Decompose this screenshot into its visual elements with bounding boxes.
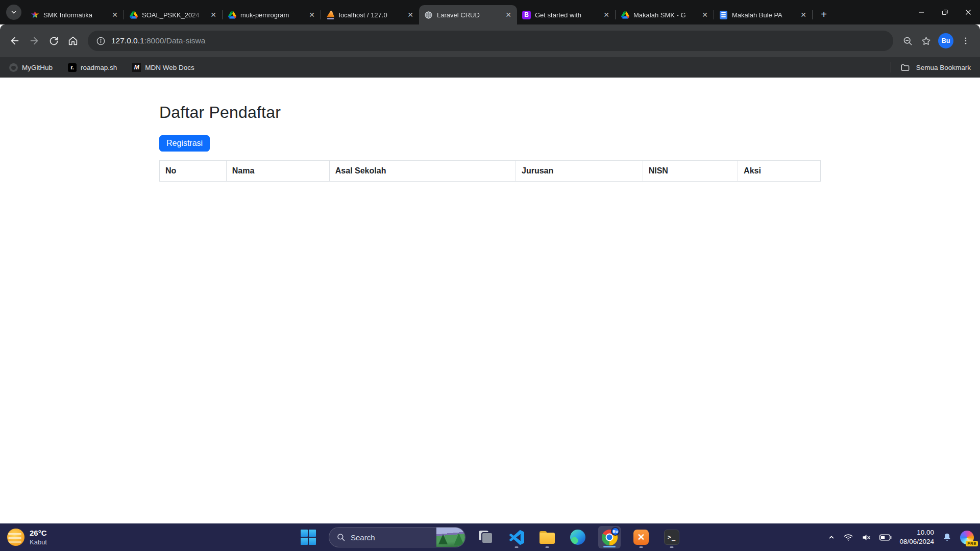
wifi-icon[interactable] xyxy=(843,532,853,542)
all-bookmarks-button[interactable]: Semua Bookmark xyxy=(891,62,971,72)
vscode-button[interactable] xyxy=(506,525,527,549)
profile-avatar[interactable]: Bu xyxy=(938,33,953,48)
browser-menu-button[interactable] xyxy=(957,32,975,50)
bookmark-roadmap[interactable]: r. roadmap.sh xyxy=(68,63,117,72)
home-icon xyxy=(67,35,79,46)
google-drive-icon xyxy=(129,11,138,19)
restore-icon xyxy=(941,9,948,16)
edge-button[interactable] xyxy=(568,525,588,549)
copilot-icon[interactable]: PRE xyxy=(960,531,974,544)
file-explorer-button[interactable] xyxy=(537,525,557,549)
running-indicator xyxy=(670,546,674,548)
weather-widget[interactable]: 26°C Kabut xyxy=(7,523,47,551)
github-icon xyxy=(9,63,18,72)
weather-condition: Kabut xyxy=(30,538,47,546)
all-bookmarks-label: Semua Bookmark xyxy=(916,64,971,71)
column-header-aksi: Aksi xyxy=(738,161,821,182)
bookmark-label: roadmap.sh xyxy=(81,64,117,71)
tab-laravel-crud-active[interactable]: Laravel CRUD ✕ xyxy=(419,5,517,24)
column-header-asal-sekolah: Asal Sekolah xyxy=(329,161,516,182)
battery-icon[interactable] xyxy=(879,534,892,541)
bookmark-mygithub[interactable]: MyGitHub xyxy=(9,63,53,72)
terminal-icon: >_ xyxy=(664,530,679,545)
back-button[interactable] xyxy=(5,31,24,51)
taskbar-search[interactable]: Search xyxy=(329,527,465,547)
back-icon xyxy=(9,35,20,46)
registrasi-button[interactable]: Registrasi xyxy=(159,135,210,152)
bookmark-label: MDN Web Docs xyxy=(145,64,194,71)
tab-title: Makalah SMK - G xyxy=(633,11,696,19)
tray-chevron-up-icon[interactable] xyxy=(827,533,836,541)
bing-daily-image[interactable] xyxy=(436,527,465,547)
chrome-profile-badge: Bu xyxy=(611,527,620,536)
close-icon[interactable]: ✕ xyxy=(602,10,611,19)
close-window-button[interactable] xyxy=(957,0,980,24)
clock-time: 10.00 xyxy=(899,528,934,537)
tab-title: Laravel CRUD xyxy=(437,11,500,19)
minimize-button[interactable] xyxy=(910,0,933,24)
bookmark-star-button[interactable] xyxy=(917,32,935,50)
screen: SMK Informatika ✕ SOAL_PSKK_2024 ✕ muk-p… xyxy=(0,0,980,551)
vscode-icon xyxy=(509,530,524,545)
forward-icon xyxy=(29,35,40,46)
close-icon[interactable]: ✕ xyxy=(209,10,218,19)
google-drive-icon xyxy=(228,11,236,19)
column-header-no: No xyxy=(160,161,227,182)
clock-date: 08/06/2024 xyxy=(899,537,934,546)
restore-button[interactable] xyxy=(933,0,957,24)
window-controls xyxy=(910,0,980,24)
task-view-button[interactable] xyxy=(476,525,496,549)
web-page: Daftar Pendaftar Registrasi No Nama Asal… xyxy=(0,78,980,523)
weather-fog-sun-icon xyxy=(7,529,24,546)
tab-makalah-bule[interactable]: Makalah Bule PA ✕ xyxy=(714,5,812,24)
home-button[interactable] xyxy=(63,31,83,51)
pendaftar-table: No Nama Asal Sekolah Jurusan NISN Aksi xyxy=(159,160,821,182)
close-icon[interactable]: ✕ xyxy=(406,10,415,19)
tab-bootstrap[interactable]: B Get started with ✕ xyxy=(517,5,615,24)
tab-search-button[interactable] xyxy=(6,5,21,20)
tab-makalah-smk[interactable]: Makalah SMK - G ✕ xyxy=(616,5,714,24)
tab-phpmyadmin[interactable]: localhost / 127.0 ✕ xyxy=(321,5,419,24)
windows-taskbar: 26°C Kabut Search xyxy=(0,523,980,551)
mdn-icon: M xyxy=(132,63,141,72)
close-icon[interactable]: ✕ xyxy=(799,10,808,19)
bootstrap-icon: B xyxy=(522,11,531,19)
tab-title: Get started with xyxy=(535,11,598,19)
terminal-button[interactable]: >_ xyxy=(662,525,682,549)
volume-muted-icon[interactable] xyxy=(861,532,872,543)
close-icon[interactable]: ✕ xyxy=(504,10,513,19)
reload-button[interactable] xyxy=(44,31,63,51)
xampp-icon: ✕ xyxy=(633,530,649,545)
notification-bell-icon[interactable] xyxy=(942,532,952,543)
xampp-button[interactable]: ✕ xyxy=(631,525,651,549)
column-header-nama: Nama xyxy=(226,161,329,182)
tab-title: muk-pemrogram xyxy=(240,11,303,19)
close-icon[interactable]: ✕ xyxy=(700,10,709,19)
globe-icon xyxy=(424,11,433,19)
task-view-icon xyxy=(478,530,494,545)
forward-button[interactable] xyxy=(24,31,44,51)
copilot-pre-badge: PRE xyxy=(966,541,978,546)
windows-logo-icon xyxy=(301,530,316,545)
close-icon[interactable]: ✕ xyxy=(307,10,316,19)
minimize-icon xyxy=(918,9,925,16)
edge-icon xyxy=(570,530,585,545)
bookmark-mdn[interactable]: M MDN Web Docs xyxy=(132,63,194,72)
tab-soal-pskk[interactable]: SOAL_PSKK_2024 ✕ xyxy=(124,5,222,24)
running-indicator xyxy=(546,546,549,548)
start-button[interactable] xyxy=(298,525,318,549)
tab-title: localhost / 127.0 xyxy=(339,11,402,19)
tab-smk-informatika[interactable]: SMK Informatika ✕ xyxy=(26,5,124,24)
system-tray: 10.00 08/06/2024 PRE xyxy=(827,523,974,551)
chrome-button-active[interactable]: Bu xyxy=(598,526,621,548)
site-info-icon[interactable] xyxy=(96,36,106,46)
new-tab-button[interactable]: + xyxy=(817,7,831,21)
address-bar[interactable]: 127.0.0.1:8000/Data-siswa xyxy=(88,31,893,51)
tab-separator xyxy=(812,10,813,19)
active-indicator xyxy=(603,546,616,547)
tab-muk-pemrograman[interactable]: muk-pemrogram ✕ xyxy=(223,5,321,24)
close-icon[interactable]: ✕ xyxy=(110,10,119,19)
taskbar-clock[interactable]: 10.00 08/06/2024 xyxy=(899,528,934,546)
tab-title: Makalah Bule PA xyxy=(732,11,795,19)
zoom-indicator-button[interactable] xyxy=(898,32,917,50)
